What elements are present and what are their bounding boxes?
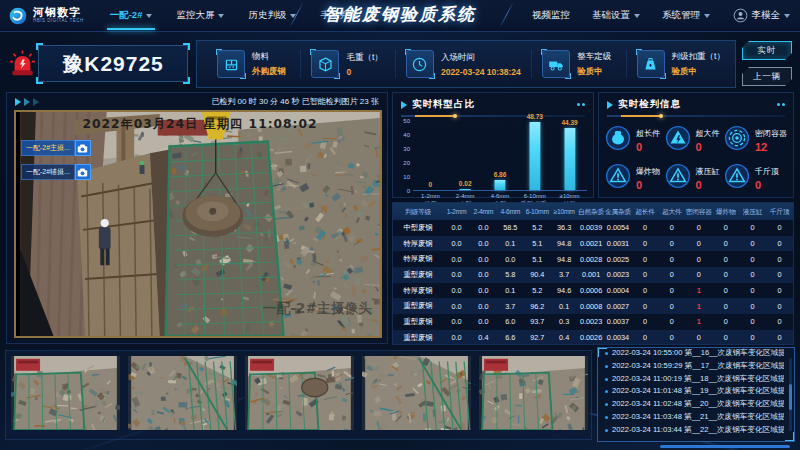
- log-entry: 2022-03-24 11:03:48 第__21__次废钢车变化区域提取完成.…: [604, 411, 784, 424]
- table-header-cell: 超长件: [631, 203, 658, 220]
- table-cell: 0: [766, 283, 793, 299]
- table-cell: 0.0023: [578, 314, 605, 330]
- inspection-stat-1: 超大件0: [665, 121, 725, 159]
- status-item-label: 物料: [252, 51, 286, 63]
- table-cell: 0: [685, 251, 712, 267]
- user-menu[interactable]: 李模全: [733, 8, 791, 23]
- table-cell: 0.0: [443, 267, 470, 283]
- table-row: 重型废钢0.00.46.692.70.40.00260.0034000000: [393, 330, 793, 345]
- sealed-container-icon: [724, 125, 750, 155]
- nav-item-label: 基础设置: [592, 9, 630, 22]
- vehicle-status-panel: 物料外购废钢毛重（t）0入场时间2022-03-24 10:38:24整车定级验…: [196, 40, 736, 88]
- table-row: 中型废钢0.00.058.55.236.30.00390.0054000000: [393, 220, 793, 236]
- table-cell: 0.0: [443, 330, 470, 345]
- log-scrollbar-thumb[interactable]: [789, 384, 792, 410]
- capture-thumbnail-3[interactable]: [244, 355, 355, 431]
- bar-slot: 0: [413, 121, 448, 190]
- table-header-cell: 判级等级: [393, 203, 443, 220]
- table-cell: 0.0027: [605, 298, 632, 314]
- bar-slot: 6.86: [483, 121, 518, 190]
- video-osd-timestamp: 2022年03月24日 星期四 11:08:02: [82, 117, 317, 131]
- play-arrows-icon: [15, 98, 39, 106]
- table-cell: 0.0008: [578, 298, 605, 314]
- y-tick-label: 0: [407, 188, 410, 194]
- table-cell: 0: [685, 220, 712, 236]
- nav-item-2[interactable]: 历史判级: [248, 5, 296, 26]
- grade-cell: 特厚废钢: [393, 236, 443, 252]
- table-cell: 0: [739, 298, 766, 314]
- nav-right-item-1[interactable]: 基础设置: [592, 5, 640, 26]
- table-cell: 0.0: [470, 283, 497, 299]
- table-cell: 0: [766, 298, 793, 314]
- thumbnail-scrollbar[interactable]: [660, 445, 790, 448]
- panel-title-underline: [607, 115, 785, 117]
- status-item-0: 物料外购废钢: [207, 50, 300, 78]
- y-tick-label: 10: [403, 174, 410, 180]
- table-cell: 0: [685, 267, 712, 283]
- table-cell: 0: [685, 236, 712, 252]
- previous-vehicle-button[interactable]: 上一辆: [742, 67, 792, 86]
- table-cell: 96.2: [524, 298, 551, 314]
- realtime-button[interactable]: 实时: [742, 41, 792, 60]
- bar-chart: 01020304050 00.026.8648.7344.39: [397, 121, 587, 191]
- table-cell: 0.0: [443, 236, 470, 252]
- table-cell: 0.0026: [578, 330, 605, 345]
- capture-thumbnail-5[interactable]: [478, 355, 589, 431]
- table-cell: 0.0039: [578, 220, 605, 236]
- camera-tab-main[interactable]: 一配-2#主摄...: [21, 140, 91, 156]
- table-cell: 0.4: [470, 330, 497, 345]
- bar-value-label: 44.39: [561, 119, 577, 126]
- mode-buttons: 实时 上一辆: [742, 41, 792, 86]
- oversize-icon: [665, 125, 691, 155]
- inspection-stat-3: 爆炸物0: [605, 159, 665, 197]
- corner-bracket: [36, 43, 43, 50]
- inspection-stat-label: 密闭容器: [755, 128, 787, 139]
- inspection-stat-5: 千斤顶0: [724, 159, 787, 197]
- nav-item-1[interactable]: 监控大屏: [176, 5, 224, 26]
- nav-right-item-2[interactable]: 系统管理: [662, 5, 710, 26]
- table-cell: 0: [712, 314, 739, 330]
- table-cell: 0: [658, 283, 685, 299]
- table-cell: 5.1: [524, 236, 551, 252]
- log-entry: 2022-03-24 10:59:29 第__17__次废钢车变化区域提取完成.…: [604, 360, 784, 373]
- table-cell: 0: [658, 267, 685, 283]
- table-cell: 0: [739, 251, 766, 267]
- plate-number: 豫K29725: [62, 50, 164, 78]
- status-item-label: 判级扣重（t）: [672, 51, 725, 63]
- nav-right-item-0[interactable]: 视频监控: [532, 5, 570, 26]
- camera-tab-aux[interactable]: 一配-2#辅摄...: [21, 164, 91, 180]
- title-decoration: [499, 2, 514, 28]
- table-header-cell: 千斤顶: [766, 203, 793, 220]
- table-header-cell: 液压缸: [739, 203, 766, 220]
- table-cell: 90.4: [524, 267, 551, 283]
- y-tick-label: 50: [403, 118, 410, 124]
- nav-item-0[interactable]: 一配-2#: [110, 5, 153, 26]
- status-item-3: 整车定级验质中: [531, 50, 625, 78]
- capture-thumbnail-1[interactable]: [10, 355, 121, 431]
- bar-value-label: 48.73: [527, 113, 543, 120]
- company-logo: 河钢数字 HBIS DIGITAL TECH: [8, 6, 84, 26]
- status-item-4: 判级扣重（t）验质中: [626, 50, 725, 78]
- status-item-value: 验质中: [672, 66, 725, 78]
- y-tick-label: 30: [403, 146, 410, 152]
- table-cell: 0.0021: [578, 236, 605, 252]
- table-cell: 0: [712, 236, 739, 252]
- capture-thumbnail-4[interactable]: [361, 355, 472, 431]
- inspection-stat-label: 千斤顶: [755, 166, 779, 177]
- corner-bracket: [183, 43, 190, 50]
- camera-icon: [75, 164, 91, 180]
- nav-item-label: 一配-2#: [110, 9, 143, 22]
- status-item-value: 验质中: [577, 66, 611, 78]
- nav-item-label: 历史判级: [248, 9, 286, 22]
- table-cell: 0.001: [578, 267, 605, 283]
- hydraulic-icon: [665, 163, 691, 193]
- video-feed[interactable]: 2022年03月24日 星期四 11:08:02一配-2#主摄像头 一配-2#主…: [14, 110, 382, 338]
- video-panel: 已检判 00 时 30 分 46 秒 已智能检判图片 23 张 2022年03月…: [6, 92, 388, 344]
- table-header-cell: 4-6mm: [497, 203, 524, 220]
- bar-slot: 48.73: [517, 121, 552, 190]
- chevron-down-icon: [146, 14, 152, 18]
- capture-thumbnail-2[interactable]: [127, 355, 238, 431]
- log-scrollbar-track: [789, 358, 792, 431]
- material-box-icon: [217, 50, 245, 78]
- table-cell: 0.0: [497, 251, 524, 267]
